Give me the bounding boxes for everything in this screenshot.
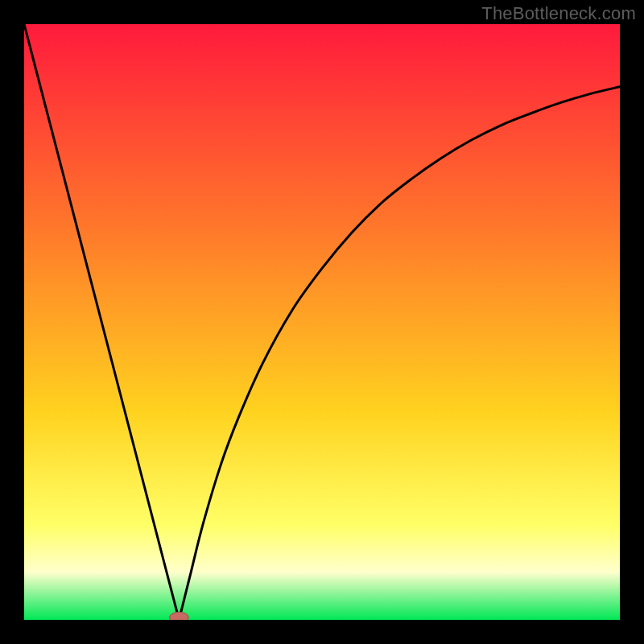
bottleneck-chart [24, 24, 620, 620]
minimum-marker [170, 612, 189, 620]
chart-frame [24, 24, 620, 620]
attribution-text: TheBottleneck.com [481, 3, 636, 24]
